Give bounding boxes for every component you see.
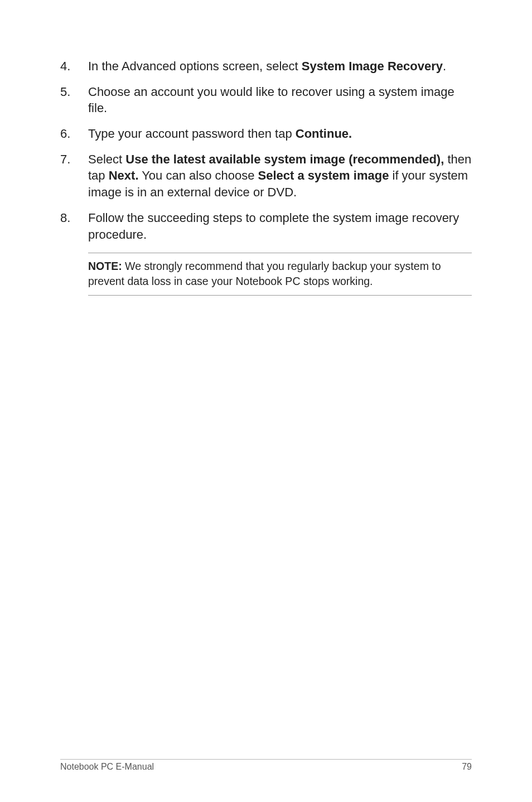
list-text: Choose an account you would like to reco… xyxy=(88,84,472,117)
list-item-5: 5. Choose an account you would like to r… xyxy=(60,84,472,117)
bold-segment: Continue. xyxy=(296,127,352,141)
list-item-4: 4. In the Advanced options screen, selec… xyxy=(60,58,472,75)
list-item-8: 8. Follow the succeeding steps to comple… xyxy=(60,210,472,243)
text-segment: . xyxy=(443,59,446,73)
bold-segment: Next. xyxy=(109,168,139,182)
bold-segment: Select a system image xyxy=(258,168,389,182)
footer-title: Notebook PC E-Manual xyxy=(60,762,154,772)
bold-segment: Use the latest available system image (r… xyxy=(125,152,444,166)
text-segment: Choose an account you would like to reco… xyxy=(88,85,454,115)
note-label: NOTE: xyxy=(88,260,122,272)
list-number: 8. xyxy=(60,210,88,243)
list-text: Select Use the latest available system i… xyxy=(88,151,472,201)
text-segment: Select xyxy=(88,152,125,166)
list-text: Follow the succeeding steps to complete … xyxy=(88,210,472,243)
list-number: 7. xyxy=(60,151,88,201)
page-footer: Notebook PC E-Manual 79 xyxy=(60,759,472,772)
list-number: 4. xyxy=(60,58,88,75)
text-segment: Follow the succeeding steps to complete … xyxy=(88,211,459,241)
list-text: In the Advanced options screen, select S… xyxy=(88,58,472,75)
text-segment: You can also choose xyxy=(139,168,258,182)
text-segment: Type your account password then tap xyxy=(88,127,296,141)
list-text: Type your account password then tap Cont… xyxy=(88,125,472,142)
list-number: 5. xyxy=(60,84,88,117)
list-number: 6. xyxy=(60,125,88,142)
list-item-6: 6. Type your account password then tap C… xyxy=(60,125,472,142)
note-body: We strongly recommend that you regularly… xyxy=(88,260,441,287)
note-text: NOTE: We strongly recommend that you reg… xyxy=(88,259,472,288)
page-content: 4. In the Advanced options screen, selec… xyxy=(0,0,532,296)
list-item-7: 7. Select Use the latest available syste… xyxy=(60,151,472,201)
bold-segment: System Image Recovery xyxy=(302,59,443,73)
text-segment: In the Advanced options screen, select xyxy=(88,59,302,73)
footer-page-number: 79 xyxy=(462,762,472,772)
note-box: NOTE: We strongly recommend that you reg… xyxy=(88,253,472,296)
